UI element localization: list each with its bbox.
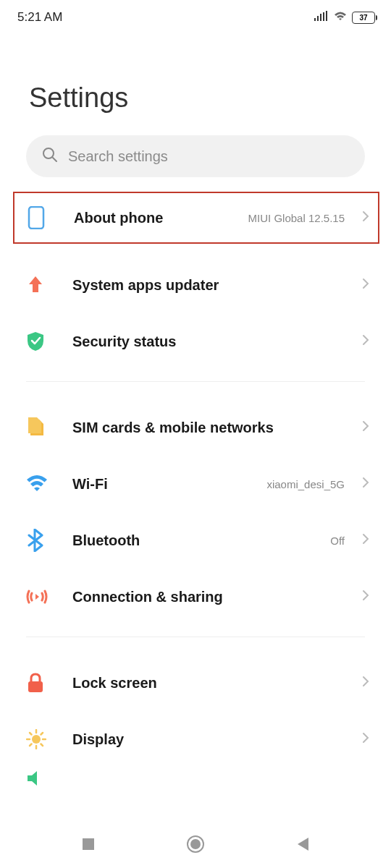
status-time: 5:21 AM bbox=[17, 10, 62, 25]
chevron-right-icon bbox=[362, 278, 369, 292]
chevron-right-icon bbox=[362, 676, 369, 690]
signal-icon bbox=[314, 11, 329, 24]
chevron-right-icon bbox=[362, 590, 369, 604]
security-status-label: Security status bbox=[72, 333, 350, 350]
connection-sharing-label: Connection & sharing bbox=[72, 589, 350, 605]
page-title: Settings bbox=[0, 32, 391, 135]
lock-screen-label: Lock screen bbox=[72, 675, 350, 692]
svg-rect-0 bbox=[314, 18, 316, 21]
wifi-icon bbox=[333, 11, 348, 25]
about-phone-value: MIUI Global 12.5.15 bbox=[248, 212, 345, 224]
search-input[interactable]: Search settings bbox=[26, 135, 365, 177]
wifi-icon bbox=[26, 475, 61, 493]
system-apps-updater-label: System apps updater bbox=[72, 277, 350, 294]
security-status-row[interactable]: Security status bbox=[0, 313, 391, 370]
back-button[interactable] bbox=[295, 836, 310, 855]
chevron-right-icon bbox=[362, 732, 369, 746]
wifi-row[interactable]: Wi-Fi xiaomi_desi_5G bbox=[0, 456, 391, 512]
svg-rect-3 bbox=[323, 12, 324, 21]
bluetooth-value: Off bbox=[330, 535, 345, 547]
system-apps-updater-row[interactable]: System apps updater bbox=[0, 257, 391, 313]
svg-rect-18 bbox=[83, 838, 94, 850]
bluetooth-row[interactable]: Bluetooth Off bbox=[0, 512, 391, 569]
svg-line-17 bbox=[41, 733, 43, 735]
connection-icon bbox=[26, 588, 61, 605]
svg-point-20 bbox=[190, 839, 201, 849]
sim-card-icon bbox=[26, 417, 61, 438]
chevron-right-icon bbox=[362, 334, 369, 349]
svg-rect-8 bbox=[28, 681, 43, 692]
chevron-right-icon bbox=[362, 533, 369, 548]
svg-line-14 bbox=[30, 733, 32, 735]
sun-icon bbox=[26, 729, 61, 749]
lock-screen-row[interactable]: Lock screen bbox=[0, 655, 391, 711]
section-divider bbox=[26, 381, 365, 382]
phone-icon bbox=[28, 206, 62, 229]
display-label: Display bbox=[72, 731, 350, 748]
partial-row[interactable] bbox=[0, 767, 391, 789]
shield-icon bbox=[26, 331, 61, 352]
svg-rect-1 bbox=[317, 16, 319, 21]
bluetooth-label: Bluetooth bbox=[72, 532, 319, 549]
search-icon bbox=[42, 147, 58, 166]
home-button[interactable] bbox=[186, 835, 205, 856]
svg-point-5 bbox=[43, 148, 54, 158]
recent-apps-button[interactable] bbox=[81, 837, 96, 854]
lock-icon bbox=[26, 673, 61, 693]
display-row[interactable]: Display bbox=[0, 711, 391, 767]
highlight-annotation: About phone MIUI Global 12.5.15 bbox=[13, 192, 379, 244]
navigation-bar bbox=[0, 823, 391, 868]
wifi-label: Wi-Fi bbox=[72, 476, 255, 493]
about-phone-label: About phone bbox=[74, 210, 237, 226]
bluetooth-icon bbox=[26, 529, 61, 552]
sim-cards-label: SIM cards & mobile networks bbox=[72, 420, 350, 436]
status-icons: 37 bbox=[314, 11, 375, 25]
battery-icon: 37 bbox=[352, 12, 375, 24]
speaker-icon bbox=[26, 770, 61, 786]
svg-line-6 bbox=[53, 158, 56, 161]
svg-rect-4 bbox=[326, 11, 327, 21]
svg-line-15 bbox=[41, 744, 43, 746]
upload-arrow-icon bbox=[26, 275, 61, 295]
chevron-right-icon bbox=[362, 477, 369, 491]
wifi-value: xiaomi_desi_5G bbox=[266, 478, 345, 490]
svg-line-16 bbox=[30, 744, 32, 746]
svg-point-9 bbox=[32, 735, 41, 744]
chevron-right-icon bbox=[362, 210, 369, 225]
svg-rect-7 bbox=[29, 207, 43, 229]
search-placeholder: Search settings bbox=[68, 148, 168, 165]
sim-cards-row[interactable]: SIM cards & mobile networks bbox=[0, 399, 391, 456]
svg-rect-2 bbox=[320, 14, 321, 21]
chevron-right-icon bbox=[362, 420, 369, 435]
section-divider bbox=[26, 637, 365, 637]
about-phone-row[interactable]: About phone MIUI Global 12.5.15 bbox=[28, 193, 369, 242]
connection-sharing-row[interactable]: Connection & sharing bbox=[0, 569, 391, 625]
status-bar: 5:21 AM 37 bbox=[0, 0, 391, 32]
